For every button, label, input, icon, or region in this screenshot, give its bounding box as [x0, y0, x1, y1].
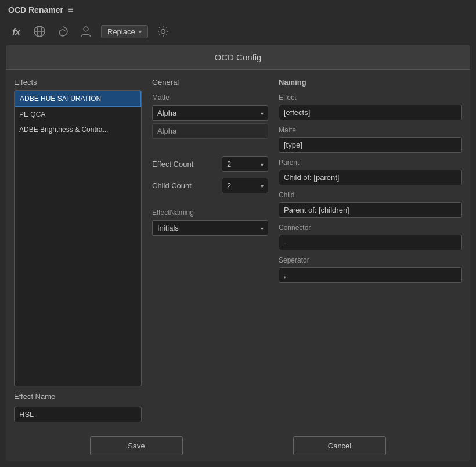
- svg-point-3: [84, 27, 88, 31]
- effect-name-section: Effect Name: [14, 392, 142, 422]
- matte-label: Matte: [152, 94, 268, 102]
- effects-label: Effects: [14, 78, 142, 87]
- dropdown-chevron: ▾: [139, 28, 142, 35]
- child-count-label: Child Count: [152, 181, 192, 190]
- effects-item-2[interactable]: ADBE Brightness & Contra...: [15, 122, 141, 137]
- effect-count-group: Effect Count 1 2 3 4 5 ▾: [152, 156, 268, 172]
- title-bar: OCD Renamer ≡: [0, 0, 476, 20]
- toolbar: fx Replace ▾: [0, 20, 476, 45]
- child-count-select[interactable]: 1 2 3 4 5: [222, 178, 268, 193]
- right-column: Naming Effect Matte Parent Child: [279, 78, 462, 422]
- naming-parent-input[interactable]: [279, 170, 462, 185]
- settings-icon[interactable]: [155, 23, 171, 39]
- matte-select-wrapper: Alpha Luma None ▾: [152, 105, 268, 121]
- effect-naming-select-wrapper: Initials Full Short ▾: [152, 220, 268, 236]
- save-button[interactable]: Save: [90, 436, 183, 455]
- naming-separator-input[interactable]: [279, 267, 462, 283]
- effect-count-select-wrapper: 1 2 3 4 5 ▾: [222, 156, 268, 172]
- naming-label: Naming: [279, 78, 462, 87]
- svg-point-4: [161, 30, 165, 34]
- effect-naming-select[interactable]: Initials Full Short: [152, 220, 268, 236]
- naming-connector-label: Connector: [279, 224, 462, 232]
- naming-connector-group: Connector: [279, 224, 462, 250]
- naming-child-label: Child: [279, 191, 462, 199]
- fx-icon[interactable]: fx: [8, 23, 24, 39]
- naming-effect-input[interactable]: [279, 105, 462, 120]
- effects-list[interactable]: ADBE HUE SATURATION PE QCA ADBE Brightne…: [14, 90, 142, 386]
- naming-connector-input[interactable]: [279, 235, 462, 250]
- main-panel: OCD Config Effects ADBE HUE SATURATION P…: [6, 45, 470, 461]
- grid-icon[interactable]: [31, 23, 48, 39]
- effect-name-input[interactable]: [14, 407, 142, 422]
- effects-item-0[interactable]: ADBE HUE SATURATION: [15, 91, 141, 107]
- general-label: General: [152, 78, 268, 87]
- menu-icon[interactable]: ≡: [68, 5, 73, 15]
- effect-name-label: Effect Name: [14, 392, 142, 401]
- effect-count-select[interactable]: 1 2 3 4 5: [222, 156, 268, 172]
- cancel-button[interactable]: Cancel: [293, 436, 386, 455]
- child-count-select-wrapper: 1 2 3 4 5 ▾: [222, 178, 268, 193]
- naming-separator-label: Seperator: [279, 256, 462, 264]
- effect-naming-label: EffectNaming: [152, 209, 268, 217]
- matte-select[interactable]: Alpha Luma None: [152, 105, 268, 121]
- naming-parent-label: Parent: [279, 159, 462, 167]
- app-window: OCD Renamer ≡ fx Replace ▾: [0, 0, 476, 467]
- spiral-icon[interactable]: [55, 23, 71, 39]
- effects-item-1[interactable]: PE QCA: [15, 107, 141, 122]
- replace-dropdown[interactable]: Replace ▾: [101, 25, 148, 38]
- naming-matte-group: Matte: [279, 126, 462, 153]
- app-title: OCD Renamer: [8, 5, 63, 15]
- child-count-row: Child Count 1 2 3 4 5 ▾: [152, 178, 268, 193]
- naming-matte-input[interactable]: [279, 137, 462, 153]
- matte-static: Alpha: [152, 123, 268, 139]
- naming-effect-label: Effect: [279, 94, 462, 102]
- naming-separator-group: Seperator: [279, 256, 462, 283]
- effect-naming-group: EffectNaming Initials Full Short ▾: [152, 209, 268, 236]
- person-icon[interactable]: [78, 23, 94, 39]
- matte-group: Matte Alpha Luma None ▾ Alpha: [152, 94, 268, 139]
- naming-parent-group: Parent: [279, 159, 462, 185]
- bottom-bar: Save Cancel: [6, 430, 470, 461]
- naming-effect-group: Effect: [279, 94, 462, 120]
- child-count-group: Child Count 1 2 3 4 5 ▾: [152, 178, 268, 193]
- mid-column: General Matte Alpha Luma None ▾ Alpha: [152, 78, 268, 422]
- naming-child-group: Child: [279, 191, 462, 218]
- left-column: Effects ADBE HUE SATURATION PE QCA ADBE …: [14, 78, 142, 422]
- panel-body: Effects ADBE HUE SATURATION PE QCA ADBE …: [6, 70, 470, 430]
- effect-count-label: Effect Count: [152, 160, 193, 168]
- effect-count-row: Effect Count 1 2 3 4 5 ▾: [152, 156, 268, 172]
- naming-matte-label: Matte: [279, 126, 462, 134]
- naming-child-input[interactable]: [279, 202, 462, 218]
- panel-title: OCD Config: [6, 45, 470, 70]
